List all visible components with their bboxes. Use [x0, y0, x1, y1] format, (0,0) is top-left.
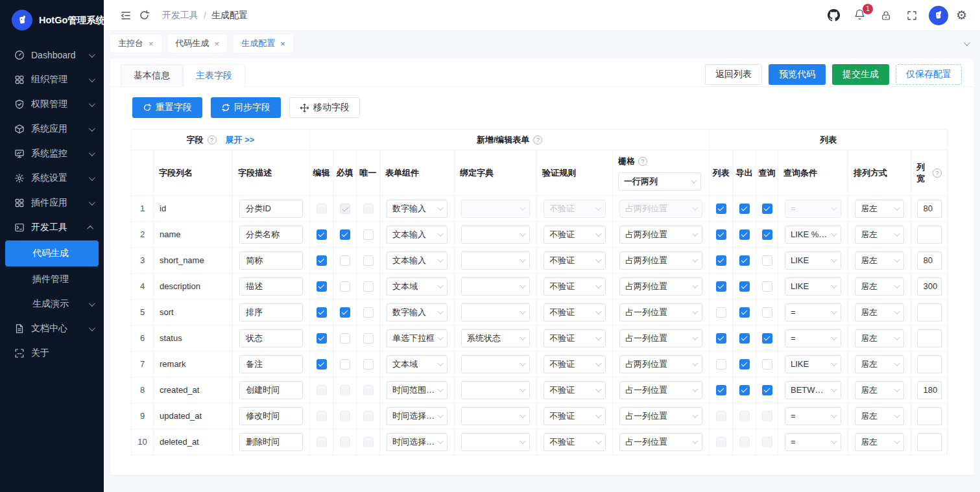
- select[interactable]: 不验证: [544, 226, 606, 244]
- sidebar-item-权限管理[interactable]: 权限管理: [0, 92, 104, 117]
- select[interactable]: 不验证: [544, 329, 606, 347]
- sync-fields-button[interactable]: 同步字段: [211, 97, 281, 118]
- checkbox[interactable]: [317, 307, 327, 318]
- sidebar-item-开发工具[interactable]: 开发工具: [0, 215, 104, 240]
- select[interactable]: 居左: [855, 329, 904, 347]
- checkbox[interactable]: [363, 307, 374, 318]
- select[interactable]: BETWEEN: [785, 381, 841, 399]
- checkbox[interactable]: [340, 333, 350, 344]
- select[interactable]: =: [785, 407, 841, 425]
- checkbox[interactable]: [739, 281, 750, 292]
- checkbox[interactable]: [317, 359, 327, 369]
- select[interactable]: 居左: [855, 381, 904, 399]
- checkbox[interactable]: [317, 281, 327, 292]
- select[interactable]: 占两列位置: [619, 277, 702, 296]
- select[interactable]: 时间选择(Y-...: [387, 407, 448, 425]
- lock-screen-icon[interactable]: [877, 6, 895, 25]
- select[interactable]: LIKE: [785, 355, 841, 373]
- tab-basic-info[interactable]: 基本信息: [121, 64, 183, 86]
- close-icon[interactable]: ×: [280, 40, 285, 48]
- select[interactable]: 居左: [855, 303, 904, 322]
- sidebar-item-插件应用[interactable]: 插件应用: [0, 191, 104, 215]
- text-input[interactable]: [917, 303, 942, 322]
- checkbox[interactable]: [762, 255, 772, 266]
- checkbox[interactable]: [716, 385, 726, 395]
- help-icon[interactable]: [208, 135, 217, 145]
- select[interactable]: [461, 355, 530, 373]
- text-input[interactable]: 80: [917, 200, 942, 218]
- checkbox[interactable]: [739, 359, 750, 369]
- text-input[interactable]: [917, 329, 942, 347]
- page-tab[interactable]: 主控台×: [110, 34, 161, 53]
- sidebar-item-组织管理[interactable]: 组织管理: [0, 67, 104, 92]
- checkbox[interactable]: [739, 229, 750, 240]
- text-input[interactable]: 180: [917, 381, 942, 399]
- checkbox[interactable]: [716, 255, 726, 266]
- text-input[interactable]: 删除时间: [239, 433, 303, 451]
- checkbox[interactable]: [762, 333, 772, 344]
- select[interactable]: 时间范围选择: [387, 381, 448, 399]
- checkbox[interactable]: [317, 229, 327, 240]
- checkbox[interactable]: [762, 204, 772, 214]
- text-input[interactable]: [917, 226, 942, 244]
- tabstrip-chevron-down-icon[interactable]: [961, 39, 971, 49]
- select[interactable]: 系统状态: [461, 329, 530, 347]
- select[interactable]: 居左: [855, 407, 904, 425]
- move-fields-button[interactable]: 移动字段: [289, 97, 360, 118]
- collapse-sidebar-icon[interactable]: [117, 6, 135, 25]
- back-to-list-button[interactable]: 返回列表: [705, 64, 762, 85]
- checkbox[interactable]: [762, 229, 772, 240]
- close-icon[interactable]: ×: [149, 40, 154, 48]
- expand-link[interactable]: 展开 >>: [226, 134, 255, 146]
- checkbox[interactable]: [762, 359, 772, 369]
- select[interactable]: 数字输入: [387, 303, 448, 322]
- sidebar-item-关于[interactable]: 关于: [0, 341, 104, 366]
- help-icon[interactable]: [933, 169, 942, 178]
- select[interactable]: 居左: [855, 252, 904, 270]
- checkbox[interactable]: [716, 204, 726, 214]
- checkbox[interactable]: [739, 255, 750, 266]
- select[interactable]: 占一列位置: [619, 329, 702, 347]
- checkbox[interactable]: [340, 281, 350, 292]
- select[interactable]: 时间选择(Y-...: [387, 433, 448, 451]
- select[interactable]: 占一列位置: [619, 433, 702, 451]
- app-logo[interactable]: HotGo管理系统: [0, 0, 104, 40]
- select[interactable]: 不验证: [544, 355, 606, 373]
- user-avatar[interactable]: [929, 6, 948, 25]
- breadcrumb-parent[interactable]: 开发工具: [162, 10, 198, 21]
- select[interactable]: [461, 433, 530, 451]
- checkbox[interactable]: [363, 255, 374, 266]
- checkbox[interactable]: [739, 307, 750, 318]
- page-tab[interactable]: 生成配置×: [233, 34, 293, 53]
- select[interactable]: 不验证: [544, 407, 606, 425]
- fullscreen-icon[interactable]: [903, 6, 921, 25]
- select[interactable]: 文本域: [387, 355, 448, 373]
- text-input[interactable]: 描述: [239, 277, 303, 296]
- text-input[interactable]: 备注: [239, 355, 303, 373]
- select[interactable]: =: [785, 303, 841, 322]
- tab-main-fields[interactable]: 主表字段: [183, 64, 245, 86]
- checkbox[interactable]: [762, 281, 772, 292]
- reset-fields-button[interactable]: 重置字段: [132, 97, 202, 118]
- text-input[interactable]: [917, 355, 942, 373]
- select[interactable]: 不验证: [544, 303, 606, 322]
- notifications-bell-icon[interactable]: 1: [851, 6, 869, 25]
- select[interactable]: 不验证: [544, 381, 606, 399]
- checkbox[interactable]: [363, 359, 374, 369]
- select[interactable]: [461, 303, 530, 322]
- checkbox[interactable]: [716, 333, 726, 344]
- select[interactable]: 占一列位置: [619, 381, 702, 399]
- checkbox[interactable]: [716, 229, 726, 240]
- select[interactable]: 占两列位置: [619, 226, 702, 244]
- sidebar-item-系统应用[interactable]: 系统应用: [0, 117, 104, 141]
- text-input[interactable]: 分类ID: [239, 200, 303, 218]
- checkbox[interactable]: [716, 307, 726, 318]
- select[interactable]: [461, 407, 530, 425]
- select[interactable]: 文本域: [387, 277, 448, 296]
- text-input[interactable]: [917, 433, 942, 451]
- checkbox[interactable]: [363, 281, 374, 292]
- checkbox[interactable]: [340, 359, 350, 369]
- text-input[interactable]: 排序: [239, 303, 303, 322]
- checkbox[interactable]: [340, 255, 350, 266]
- submit-generate-button[interactable]: 提交生成: [832, 64, 889, 85]
